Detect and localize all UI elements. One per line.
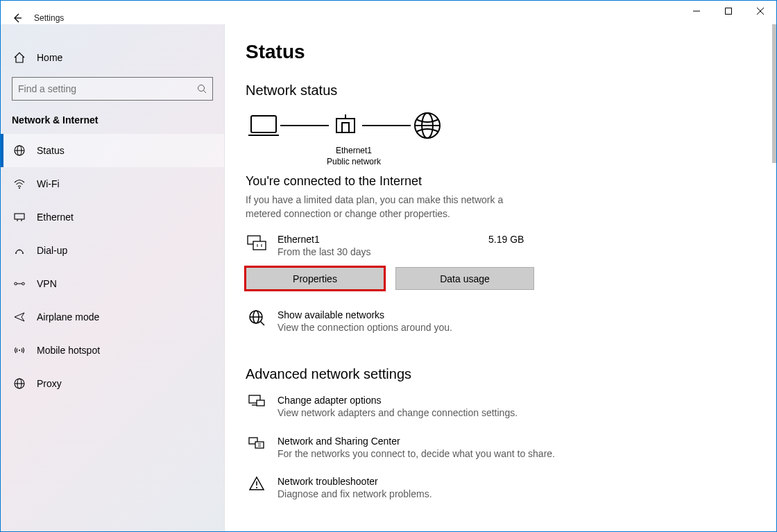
adapter-icon [246,395,268,410]
close-button[interactable] [744,1,776,22]
svg-rect-27 [342,123,349,132]
network-diagram [247,111,755,140]
connected-description: If you have a limited data plan, you can… [246,193,530,221]
connected-title: You're connected to the Internet [246,174,755,189]
sidebar-item-label: Mobile hotspot [37,345,100,356]
svg-line-39 [260,321,264,325]
sharing-icon [246,436,268,451]
sidebar-item-label: Wi-Fi [37,178,60,189]
sidebar-item-dialup[interactable]: Dial-up [1,234,224,267]
sidebar-item-wifi[interactable]: Wi-Fi [1,167,224,200]
sidebar-item-label: Airplane mode [37,311,99,323]
svg-point-14 [15,252,17,254]
svg-point-19 [22,282,25,285]
adapter-title: Change adapter options [278,395,518,406]
sidebar-item-ethernet[interactable]: Ethernet [1,200,224,234]
svg-rect-11 [15,214,24,219]
svg-point-17 [15,282,17,285]
page-title: Status [246,41,755,63]
svg-rect-33 [253,241,266,250]
sidebar-item-label: Status [37,145,65,156]
advanced-heading: Advanced network settings [246,366,755,382]
svg-line-6 [204,91,207,94]
properties-button[interactable]: Properties [246,267,384,290]
hotspot-icon [13,344,26,357]
svg-point-20 [19,350,20,351]
sidebar-item-airplane[interactable]: Airplane mode [1,300,224,334]
vpn-icon [13,277,26,290]
home-label: Home [37,52,62,63]
sidebar: Home Network & Internet Status [1,24,225,531]
available-title: Show available networks [278,309,452,320]
search-field[interactable] [18,83,197,94]
network-sharing-center[interactable]: Network and Sharing Center For the netwo… [246,436,755,461]
svg-rect-42 [257,400,264,406]
sidebar-item-hotspot[interactable]: Mobile hotspot [1,334,224,367]
sidebar-item-vpn[interactable]: VPN [1,267,224,300]
svg-rect-44 [255,442,264,448]
titlebar: Settings [1,1,776,24]
settings-window: Settings Home [0,0,777,532]
adapter-name: Ethernet1 [315,146,393,157]
settings-category: Network & Internet [1,108,224,134]
svg-point-5 [198,85,205,92]
sidebar-item-label: Proxy [37,378,62,389]
available-sub: View the connection options around you. [278,320,452,334]
content-pane: Status Network status Et [225,24,776,531]
svg-point-15 [22,252,24,254]
dialup-icon [13,244,26,257]
network-troubleshooter[interactable]: Network troubleshooter Diagnose and fix … [246,476,755,501]
sharing-sub: For the networks you connect to, decide … [278,447,555,461]
home-link[interactable]: Home [1,41,224,74]
adapter-sub: View network adapters and change connect… [278,406,518,420]
svg-point-16 [19,250,19,250]
app-title: Settings [34,13,64,23]
ethernet-small-icon [246,234,268,250]
connection-name: Ethernet1 [278,234,479,245]
troubleshoot-sub: Diagnose and fix network problems. [278,487,432,501]
scrollbar[interactable] [772,24,776,163]
svg-rect-24 [251,116,276,132]
internet-globe-icon [411,111,444,140]
search-icon [197,84,207,94]
sidebar-item-label: VPN [37,278,57,289]
svg-point-48 [256,487,257,488]
ethernet-icon [13,211,26,223]
svg-point-10 [19,187,20,189]
change-adapter-options[interactable]: Change adapter options View network adap… [246,395,755,420]
svg-rect-2 [726,8,732,15]
sidebar-item-label: Dial-up [37,245,67,256]
globe-small-icon [246,309,268,326]
data-usage-button[interactable]: Data usage [395,267,534,290]
sidebar-item-status[interactable]: Status [1,134,224,167]
globe-icon [13,144,26,157]
sidebar-item-proxy[interactable]: Proxy [1,367,224,400]
proxy-icon [13,377,26,390]
sidebar-item-label: Ethernet [37,212,74,223]
network-profile: Public network [315,157,393,168]
show-available-networks[interactable]: Show available networks View the connect… [246,309,755,334]
diagram-caption: Ethernet1 Public network [315,146,393,167]
minimize-button[interactable] [681,1,712,22]
sharing-title: Network and Sharing Center [278,436,555,447]
home-icon [13,51,26,64]
troubleshoot-title: Network troubleshooter [278,476,432,487]
router-icon [329,114,362,137]
connection-usage: 5.19 GB [488,234,524,245]
warning-icon [246,476,268,491]
airplane-icon [13,311,26,323]
wifi-icon [13,178,26,190]
network-status-heading: Network status [246,83,755,98]
maximize-button[interactable] [712,1,744,22]
search-input[interactable] [12,77,213,101]
svg-rect-26 [336,119,355,132]
connection-period: From the last 30 days [278,245,479,259]
pc-icon [247,113,280,138]
